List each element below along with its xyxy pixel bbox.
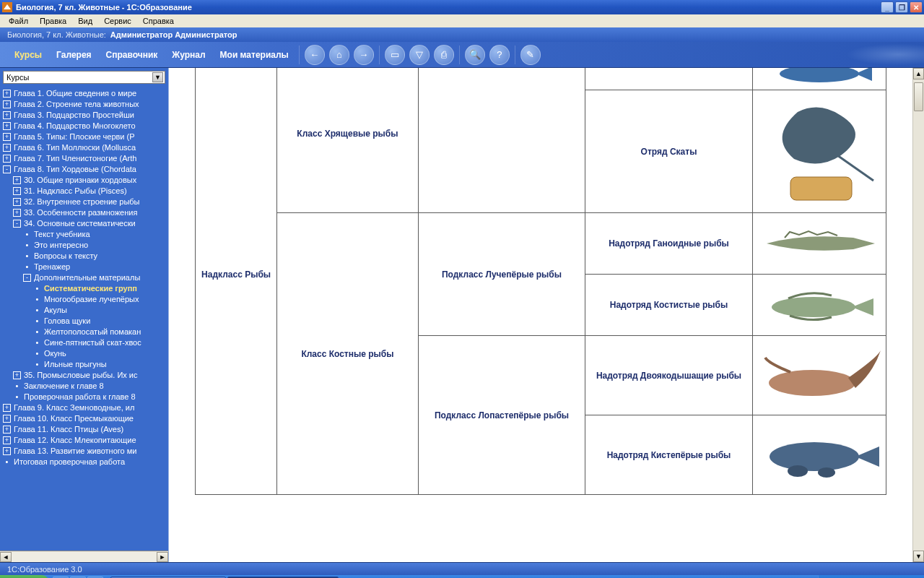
tree-item[interactable]: -34. Основные систематически (3, 218, 168, 229)
expand-icon[interactable]: + (3, 133, 11, 141)
scroll-right-button[interactable]: ► (157, 552, 168, 562)
tree-item-label: Глава 8. Тип Хордовые (Chordata (14, 164, 136, 175)
sidebar-dropdown[interactable]: Курсы ▼ (3, 71, 165, 84)
expand-icon[interactable]: + (13, 198, 21, 206)
tree-item-label: Глава 10. Класс Пресмыкающие (14, 413, 134, 424)
tree-item[interactable]: •Желтополосатый помакан (3, 327, 168, 337)
minimize-button[interactable]: _ (881, 1, 894, 13)
tree-item[interactable]: •Проверочная работа к главе 8 (3, 392, 168, 402)
collapse-icon[interactable]: - (3, 165, 11, 173)
expand-icon[interactable]: + (3, 122, 11, 130)
menu-help[interactable]: Справка (137, 17, 180, 25)
tree-item[interactable]: •Голова щуки (3, 316, 168, 327)
back-button[interactable]: ← (305, 45, 325, 65)
tab-gallery[interactable]: Галерея (49, 42, 98, 68)
expand-icon[interactable]: + (3, 426, 11, 434)
tree-item[interactable]: •Вопросы к тексту (3, 251, 168, 262)
expand-icon[interactable]: + (3, 447, 11, 455)
scroll-thumb[interactable] (914, 82, 923, 111)
tree-item[interactable]: +Глава 11. Класс Птицы (Aves) (3, 424, 168, 435)
scroll-left-button[interactable]: ◄ (0, 552, 12, 562)
expand-icon[interactable]: + (3, 415, 11, 423)
collapse-icon[interactable]: - (23, 274, 31, 282)
home-button[interactable]: ⌂ (329, 45, 349, 65)
expand-icon[interactable]: + (3, 100, 11, 108)
expand-icon[interactable]: + (13, 371, 21, 379)
expand-icon[interactable]: + (3, 144, 11, 152)
tab-reference[interactable]: Справочник (99, 42, 165, 68)
frame-button[interactable]: ▭ (385, 45, 405, 65)
tree-item[interactable]: +Глава 1. Общие сведения о мире (3, 88, 168, 99)
tree-item[interactable]: +Глава 5. Типы: Плоские черви (P (3, 131, 168, 142)
expand-icon[interactable]: + (13, 209, 21, 217)
tree-item[interactable]: -Дополнительные материалы (3, 272, 168, 283)
start-button[interactable]: Пуск (0, 575, 49, 578)
tree-item[interactable]: +Глава 12. Класс Млекопитающие (3, 435, 168, 446)
main-toolbar: Курсы Галерея Справочник Журнал Мои мате… (0, 42, 924, 68)
tree-item[interactable]: +33. Особенности размножения (3, 207, 168, 218)
tree-item[interactable]: •Текст учебника (3, 229, 168, 240)
menu-file[interactable]: Файл (3, 17, 34, 25)
tree-item[interactable]: +Глава 4. Подцарство Многоклето (3, 121, 168, 131)
expand-icon[interactable]: + (3, 436, 11, 444)
tree-item[interactable]: •Это интересно (3, 240, 168, 251)
scroll-down-button[interactable]: ▼ (913, 551, 924, 562)
forward-button[interactable]: → (354, 45, 374, 65)
tree-item[interactable]: +Глава 13. Развитие животного ми (3, 446, 168, 457)
tree-item[interactable]: +30. Общие признаки хордовых (3, 175, 168, 186)
tree-item[interactable]: •Ильные прыгуны (3, 359, 168, 370)
tree-item[interactable]: •Окунь (3, 348, 168, 359)
tab-courses[interactable]: Курсы (7, 42, 49, 68)
expand-icon[interactable]: + (3, 90, 11, 98)
tree-item[interactable]: •Систематические групп (3, 283, 168, 294)
print-button[interactable]: ⎙ (434, 45, 454, 65)
tree-item-label: Это интересно (34, 240, 88, 251)
tree-item[interactable]: •Акулы (3, 305, 168, 316)
projector-button[interactable]: ▽ (409, 45, 430, 65)
scroll-up-button[interactable]: ▲ (913, 68, 924, 79)
tree-item[interactable]: +Глава 7. Тип Членистоногие (Arth (3, 153, 168, 164)
tree-item-label: Многообразие лучепёрых (44, 294, 139, 305)
close-button[interactable]: ✕ (910, 1, 923, 13)
tree-item-label: 31. Надкласс Рыбы (Pisces) (24, 186, 127, 197)
course-tree[interactable]: +Глава 1. Общие сведения о мире+Глава 2.… (0, 87, 168, 551)
menu-service[interactable]: Сервис (98, 17, 137, 25)
tab-my-materials[interactable]: Мои материалы (213, 42, 296, 68)
tree-item-label: 32. Внутреннее строение рыбы (24, 197, 140, 207)
tree-item[interactable]: •Заключение к главе 8 (3, 381, 168, 392)
status-text: 1С:Образование 3.0 (7, 565, 82, 574)
tab-journal[interactable]: Журнал (165, 42, 212, 68)
content-vscroll[interactable]: ▲ ▼ (912, 68, 924, 562)
tree-item[interactable]: •Итоговая проверочная работа (3, 457, 168, 467)
tree-item[interactable]: +Глава 3. Подцарство Простейши (3, 110, 168, 121)
expand-icon[interactable]: + (13, 187, 21, 195)
tree-item[interactable]: •Сине-пятнистый скат-хвос (3, 337, 168, 348)
tree-item[interactable]: •Тренажер (3, 262, 168, 272)
search-button[interactable]: 🔍 (465, 45, 485, 65)
tool-button[interactable]: ✎ (520, 45, 541, 65)
collapse-icon[interactable]: - (13, 220, 21, 228)
tree-item[interactable]: +32. Внутреннее строение рыбы (3, 197, 168, 207)
tree-item[interactable]: +Глава 6. Тип Моллюски (Mollusca (3, 142, 168, 153)
sidebar-hscroll[interactable]: ◄ ► (0, 551, 168, 562)
tree-item[interactable]: +Глава 2. Строение тела животных (3, 99, 168, 110)
expand-icon[interactable]: + (13, 176, 21, 184)
help-button[interactable]: ? (489, 45, 510, 65)
menu-edit[interactable]: Правка (34, 17, 72, 25)
chevron-down-icon[interactable]: ▼ (152, 72, 163, 82)
tree-item[interactable]: -Глава 8. Тип Хордовые (Chordata (3, 164, 168, 175)
expand-icon[interactable]: + (3, 155, 11, 163)
menu-view[interactable]: Вид (72, 17, 98, 25)
tree-item[interactable]: +Глава 9. Класс Земноводные, ил (3, 402, 168, 413)
tree-item[interactable]: •Многообразие лучепёрых (3, 294, 168, 305)
restore-button[interactable]: ❐ (895, 1, 908, 13)
svg-point-5 (772, 297, 855, 317)
expand-icon[interactable]: + (3, 404, 11, 412)
svg-marker-2 (855, 68, 872, 81)
expand-icon[interactable]: + (3, 111, 11, 119)
cell-class-2: Класс Костные рыбы (277, 213, 419, 495)
scroll-track[interactable] (12, 552, 157, 562)
tree-item[interactable]: +31. Надкласс Рыбы (Pisces) (3, 186, 168, 197)
tree-item[interactable]: +35. Промысловые рыбы. Их ис (3, 370, 168, 381)
tree-item[interactable]: +Глава 10. Класс Пресмыкающие (3, 413, 168, 424)
